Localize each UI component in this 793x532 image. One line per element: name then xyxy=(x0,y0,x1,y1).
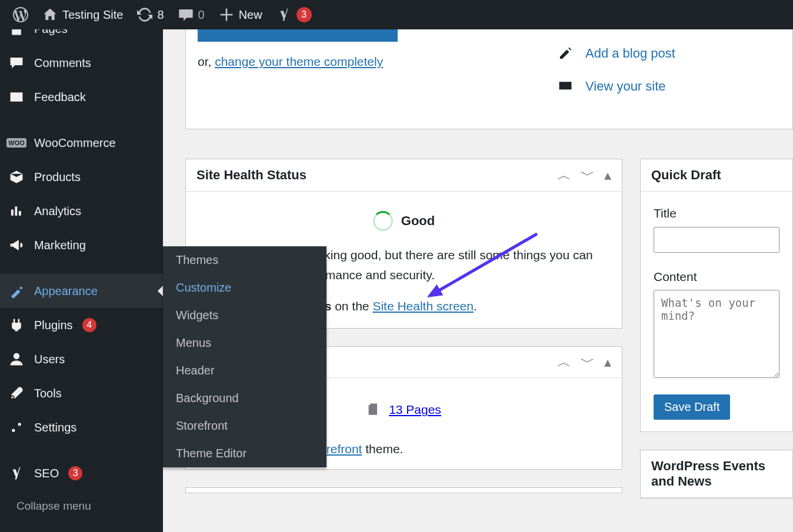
welcome-view-site[interactable]: View your site xyxy=(557,78,781,95)
sidebar-item-label: Comments xyxy=(34,56,91,70)
widget-header: Quick Draft xyxy=(641,159,792,192)
wordpress-icon xyxy=(13,7,28,22)
toggle-icon[interactable]: ▴ xyxy=(604,355,611,369)
events-widget: WordPress Events and News xyxy=(640,450,793,498)
sidebar-item-plugins[interactable]: Plugins 4 xyxy=(0,308,163,342)
sidebar-item-label: Tools xyxy=(34,387,62,400)
yoast-badge: 3 xyxy=(296,7,312,22)
plus-icon xyxy=(219,7,234,22)
collapse-label: Collapse menu xyxy=(16,500,91,513)
draft-content-textarea[interactable] xyxy=(654,290,779,378)
site-home-link[interactable]: Testing Site xyxy=(35,0,130,29)
appearance-submenu: Themes Customize Widgets Menus Header Ba… xyxy=(163,246,326,467)
feedback-icon xyxy=(8,89,25,105)
submenu-item-menus[interactable]: Menus xyxy=(163,329,326,357)
submenu-item-themes[interactable]: Themes xyxy=(163,246,326,274)
site-health-screen-link[interactable]: Site Health screen xyxy=(372,299,474,313)
sidebar-item-label: Plugins xyxy=(34,319,73,332)
toggle-icon[interactable]: ▴ xyxy=(604,168,611,182)
pages-stack-icon xyxy=(366,401,381,419)
submenu-item-customize[interactable]: Customize xyxy=(163,274,326,302)
products-icon xyxy=(8,169,25,185)
collapse-menu-button[interactable]: Collapse menu xyxy=(0,490,163,522)
draft-title-input[interactable] xyxy=(654,227,779,253)
submenu-item-background[interactable]: Background xyxy=(163,384,326,412)
seo-badge: 3 xyxy=(68,466,82,480)
view-site-icon xyxy=(557,78,574,95)
widget-header: Site Health Status ︿ ﹀ ▴ xyxy=(186,159,622,192)
widget-body: Title Content Save Draft xyxy=(641,192,792,431)
sidebar-item-products[interactable]: Products xyxy=(0,160,163,194)
sidebar-item-label: Users xyxy=(34,353,65,366)
save-draft-button[interactable]: Save Draft xyxy=(654,394,730,420)
site-title: Testing Site xyxy=(62,8,123,22)
yoast-menu[interactable]: 3 xyxy=(269,0,319,29)
submenu-item-storefront[interactable]: Storefront xyxy=(163,412,326,440)
sidebar-item-marketing[interactable]: Marketing xyxy=(0,228,163,262)
comment-icon xyxy=(178,7,194,22)
welcome-link[interactable]: View your site xyxy=(585,79,666,94)
yoast-icon xyxy=(276,7,292,22)
new-label: New xyxy=(239,8,262,22)
sidebar-item-analytics[interactable]: Analytics xyxy=(0,194,163,228)
sidebar-item-label: Marketing xyxy=(34,239,86,252)
write-icon xyxy=(557,45,574,62)
pages-count-link[interactable]: 13 Pages xyxy=(389,403,441,417)
admin-sidebar: Pages Comments Feedback WOO WooCommerce … xyxy=(0,29,163,532)
status-circle-icon xyxy=(373,211,393,231)
plugins-icon xyxy=(8,317,25,333)
change-theme-link[interactable]: change your theme completely xyxy=(215,55,383,68)
new-content-menu[interactable]: New xyxy=(212,0,269,29)
sidebar-item-label: SEO xyxy=(34,467,59,480)
move-down-icon[interactable]: ﹀ xyxy=(581,355,595,369)
welcome-add-blog-post[interactable]: Add a blog post xyxy=(557,45,781,62)
sidebar-item-users[interactable]: Users xyxy=(0,342,163,376)
widget-title: WordPress Events and News xyxy=(651,459,782,489)
sidebar-item-feedback[interactable]: Feedback xyxy=(0,80,163,114)
submenu-item-widgets[interactable]: Widgets xyxy=(163,302,326,329)
plugins-badge: 4 xyxy=(82,318,96,332)
marketing-icon xyxy=(8,237,25,253)
widget-actions: ︿ ﹀ ▴ xyxy=(557,355,611,369)
settings-icon xyxy=(8,419,25,436)
title-field-label: Title xyxy=(654,203,779,223)
sidebar-item-tools[interactable]: Tools xyxy=(0,376,163,410)
widget-header: WordPress Events and News xyxy=(641,450,792,498)
sidebar-item-woocommerce[interactable]: WOO WooCommerce xyxy=(0,126,163,160)
status-label: Good xyxy=(401,210,435,231)
appearance-icon xyxy=(8,283,25,299)
svg-point-0 xyxy=(14,353,19,359)
move-up-icon[interactable]: ︿ xyxy=(557,355,571,369)
tools-icon xyxy=(8,385,25,401)
widget-actions: ︿ ﹀ ▴ xyxy=(557,168,611,182)
submenu-item-theme-editor[interactable]: Theme Editor xyxy=(163,440,326,467)
status-row: Good xyxy=(199,210,609,231)
move-up-icon[interactable]: ︿ xyxy=(557,168,571,182)
sidebar-item-appearance[interactable]: Appearance xyxy=(0,274,163,308)
submenu-item-header[interactable]: Header xyxy=(163,357,326,384)
sidebar-item-label: Products xyxy=(34,170,81,184)
comments-link[interactable]: 0 xyxy=(171,0,212,29)
sidebar-item-settings[interactable]: Settings xyxy=(0,410,163,444)
content-field-label: Content xyxy=(654,267,779,287)
wp-logo-menu[interactable] xyxy=(6,0,35,29)
move-down-icon[interactable]: ﹀ xyxy=(581,168,595,182)
quick-draft-widget: Quick Draft Title Content Save Draft xyxy=(640,159,793,432)
home-icon xyxy=(42,7,58,22)
sidebar-item-label: Analytics xyxy=(34,205,81,218)
sidebar-item-seo[interactable]: SEO 3 xyxy=(0,456,163,490)
comments-icon xyxy=(8,55,25,71)
welcome-link[interactable]: Add a blog post xyxy=(585,46,675,61)
sidebar-item-label: Feedback xyxy=(34,91,86,104)
users-icon xyxy=(8,351,25,367)
svg-point-2 xyxy=(12,429,15,432)
sidebar-item-comments[interactable]: Comments xyxy=(0,46,163,80)
sidebar-item-label: Settings xyxy=(34,421,76,434)
updates-count: 8 xyxy=(157,8,164,22)
updates-link[interactable]: 8 xyxy=(130,0,171,29)
refresh-icon xyxy=(137,7,152,22)
analytics-icon xyxy=(8,203,25,219)
next-widget-top xyxy=(185,487,622,493)
woocommerce-icon: WOO xyxy=(8,135,25,151)
sidebar-item-label: Appearance xyxy=(34,285,98,298)
